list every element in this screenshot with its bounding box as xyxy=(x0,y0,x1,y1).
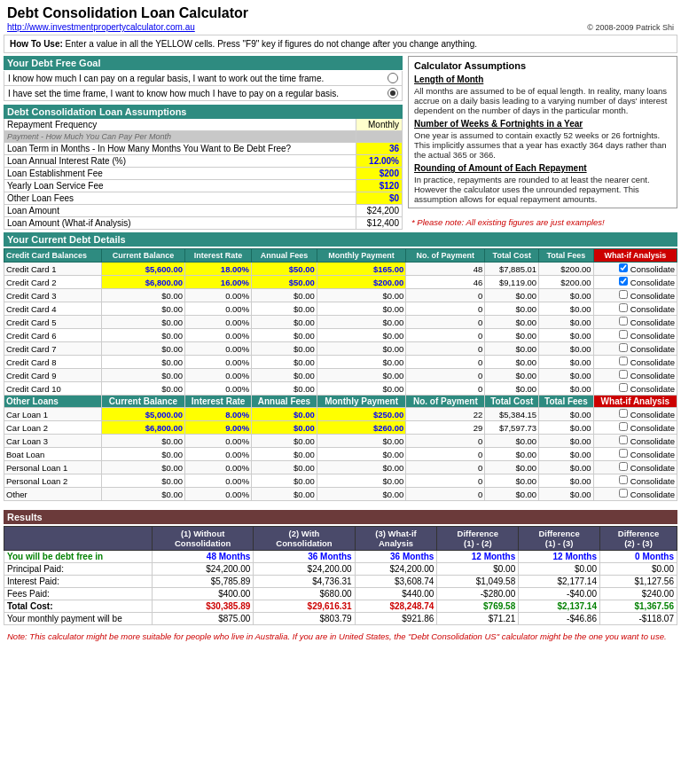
other-row-0: Car Loan 1 $5,000.00 8.00% $0.00 $250.00… xyxy=(4,408,677,421)
debt-details-table: Credit Card Balances Current Balance Int… xyxy=(4,248,677,501)
cc-th-6: Total Cost xyxy=(485,249,539,263)
principal-label: Principal Paid: xyxy=(4,563,153,576)
cc-name-7: Credit Card 8 xyxy=(4,356,102,369)
cc-payment-6: $0.00 xyxy=(317,342,405,356)
cc-checkbox-0[interactable] xyxy=(619,263,628,272)
other-balance-0[interactable]: $5,000.00 xyxy=(101,408,184,421)
results-header-row: (1) WithoutConsolidation (2) WithConsoli… xyxy=(4,527,677,551)
cc-consolidate-4[interactable]: Consolidate xyxy=(593,316,677,329)
cc-th-0: Credit Card Balances xyxy=(4,249,102,263)
other-totalfees-0: $0.00 xyxy=(539,408,593,421)
cc-checkbox-9[interactable] xyxy=(619,383,628,392)
cc-consolidate-3[interactable]: Consolidate xyxy=(593,302,677,316)
cc-row-8: Credit Card 9 $0.00 0.00% $0.00 $0.00 0 … xyxy=(4,369,677,382)
loan-value-6[interactable]: $0 xyxy=(356,192,402,205)
goal-radio-1[interactable] xyxy=(387,73,398,83)
cc-checkbox-5[interactable] xyxy=(619,330,628,339)
cc-name-8: Credit Card 9 xyxy=(4,369,102,382)
other-nop-6: 0 xyxy=(406,488,485,501)
goal-radio-2[interactable] xyxy=(387,88,398,98)
other-total-5: $0.00 xyxy=(485,474,539,488)
cc-consolidate-8[interactable]: Consolidate xyxy=(593,369,677,382)
cc-consolidate-0[interactable]: Consolidate xyxy=(593,263,677,276)
other-name-1: Car Loan 2 xyxy=(4,421,102,435)
loan-value-2[interactable]: 36 xyxy=(356,143,402,155)
loan-value-5[interactable]: $120 xyxy=(356,180,402,192)
cc-payment-8: $0.00 xyxy=(317,369,405,382)
other-rate-5: 0.00% xyxy=(185,474,252,488)
cc-row-7: Credit Card 8 $0.00 0.00% $0.00 $0.00 0 … xyxy=(4,356,677,369)
cc-payment-0[interactable]: $165.00 xyxy=(317,263,405,276)
other-payment-1[interactable]: $260.00 xyxy=(317,421,405,435)
other-checkbox-2[interactable] xyxy=(619,435,628,444)
other-balance-1[interactable]: $6,800.00 xyxy=(101,421,184,435)
other-nop-4: 0 xyxy=(406,461,485,474)
other-balance-4: $0.00 xyxy=(101,461,184,474)
other-checkbox-4[interactable] xyxy=(619,462,628,471)
fees-diff2: -$40.00 xyxy=(519,588,600,600)
other-payment-0[interactable]: $250.00 xyxy=(317,408,405,421)
other-consolidate-6[interactable]: Consolidate xyxy=(593,488,677,501)
cc-payment-1[interactable]: $200.00 xyxy=(317,276,405,289)
cc-rate-0[interactable]: 18.00% xyxy=(185,263,252,276)
cc-consolidate-9[interactable]: Consolidate xyxy=(593,382,677,396)
other-consolidate-2[interactable]: Consolidate xyxy=(593,435,677,448)
other-consolidate-0[interactable]: Consolidate xyxy=(593,408,677,421)
current-debt-section: Your Current Debt Details Credit Card Ba… xyxy=(4,232,677,501)
other-checkbox-6[interactable] xyxy=(619,489,628,498)
other-rate-1[interactable]: 9.00% xyxy=(185,421,252,435)
cc-consolidate-2[interactable]: Consolidate xyxy=(593,289,677,302)
cc-consolidate-5[interactable]: Consolidate xyxy=(593,329,677,342)
other-name-0: Car Loan 1 xyxy=(4,408,102,421)
other-checkbox-5[interactable] xyxy=(619,475,628,484)
goal-row-1: I know how much I can pay on a regular b… xyxy=(4,71,403,86)
other-totalfees-4: $0.00 xyxy=(539,461,593,474)
cc-consolidate-7[interactable]: Consolidate xyxy=(593,356,677,369)
cc-nop-4: 0 xyxy=(406,316,485,329)
other-fees-1[interactable]: $0.00 xyxy=(252,421,317,435)
loan-value-1[interactable] xyxy=(356,131,402,143)
cc-checkbox-7[interactable] xyxy=(619,357,628,365)
loan-value-4[interactable]: $200 xyxy=(356,168,402,180)
other-checkbox-1[interactable] xyxy=(619,422,628,431)
website-url[interactable]: http://www.investmentpropertycalculator.… xyxy=(7,22,195,32)
cc-th-3: Annual Fees xyxy=(252,249,317,263)
cc-fees-1[interactable]: $50.00 xyxy=(252,276,317,289)
cc-consolidate-6[interactable]: Consolidate xyxy=(593,342,677,356)
cc-th-8: What-if Analysis xyxy=(593,249,677,263)
other-consolidate-5[interactable]: Consolidate xyxy=(593,474,677,488)
other-checkbox-0[interactable] xyxy=(619,409,628,418)
cc-checkbox-6[interactable] xyxy=(619,343,628,352)
other-checkbox-3[interactable] xyxy=(619,449,628,458)
cc-balance-0[interactable]: $5,600.00 xyxy=(101,263,184,276)
cc-checkbox-2[interactable] xyxy=(619,290,628,299)
cc-balance-6: $0.00 xyxy=(101,342,184,356)
cc-balance-1[interactable]: $6,800.00 xyxy=(101,276,184,289)
cc-nop-8: 0 xyxy=(406,369,485,382)
debt-free-v1: 48 Months xyxy=(152,551,253,563)
other-consolidate-4[interactable]: Consolidate xyxy=(593,461,677,474)
cc-checkbox-3[interactable] xyxy=(619,303,628,312)
other-consolidate-1[interactable]: Consolidate xyxy=(593,421,677,435)
loan-assumptions-section: Debt Consolidation Loan Assumptions Repa… xyxy=(4,105,403,230)
cc-balance-3: $0.00 xyxy=(101,302,184,316)
fees-diff1: -$280.00 xyxy=(437,588,519,600)
other-rate-0[interactable]: 8.00% xyxy=(185,408,252,421)
cc-checkbox-4[interactable] xyxy=(619,317,628,325)
cc-checkbox-1[interactable] xyxy=(619,277,628,286)
results-th-0 xyxy=(4,527,153,551)
cc-rate-1[interactable]: 16.00% xyxy=(185,276,252,289)
cc-checkbox-8[interactable] xyxy=(619,370,628,379)
cc-consolidate-1[interactable]: Consolidate xyxy=(593,276,677,289)
loan-value-3[interactable]: 12.00% xyxy=(356,155,402,168)
other-nop-0: 22 xyxy=(406,408,485,421)
other-fees-0[interactable]: $0.00 xyxy=(252,408,317,421)
cc-name-4: Credit Card 5 xyxy=(4,316,102,329)
other-rate-4: 0.00% xyxy=(185,461,252,474)
other-total-6: $0.00 xyxy=(485,488,539,501)
other-consolidate-3[interactable]: Consolidate xyxy=(593,448,677,461)
principal-v1: $24,200.00 xyxy=(152,563,253,576)
cc-fees-0[interactable]: $50.00 xyxy=(252,263,317,276)
fees-v1: $400.00 xyxy=(152,588,253,600)
monthly-payment-row: Your monthly payment will be $875.00 $80… xyxy=(4,613,677,625)
